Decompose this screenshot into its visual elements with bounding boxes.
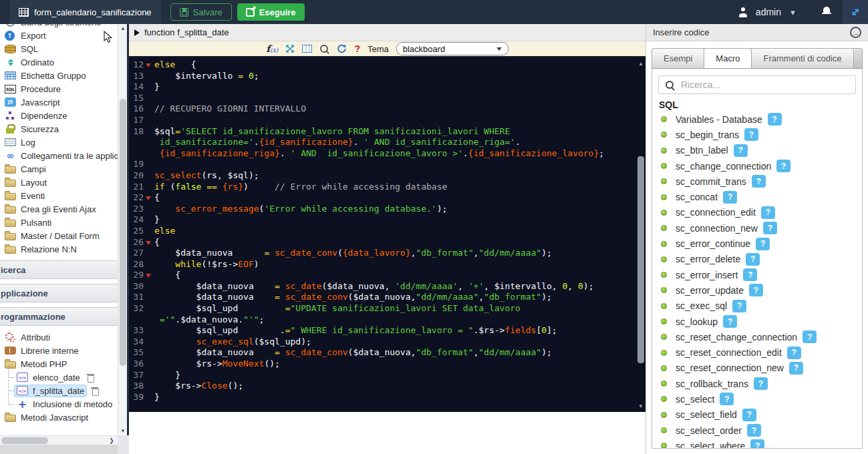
- macro-item-sc-rollback-trans[interactable]: sc_rollback_trans?: [652, 376, 862, 391]
- help-badge[interactable]: ?: [746, 253, 760, 266]
- macro-item-sc-change-connection[interactable]: sc_change_connection?: [652, 158, 862, 174]
- sidebar-item-campi[interactable]: Campi: [0, 162, 118, 176]
- macro-label[interactable]: sc_rollback_trans: [676, 379, 748, 389]
- trash-icon[interactable]: [87, 373, 94, 382]
- code-editor[interactable]: 12else {13 $intervallo = 0;14}1516// REC…: [129, 57, 645, 412]
- scrollbar-thumb[interactable]: [120, 99, 126, 366]
- fold-arrow-icon[interactable]: [146, 63, 151, 70]
- scrollbar-thumb[interactable]: [1, 437, 48, 444]
- help-badge[interactable]: ?: [776, 160, 790, 172]
- scroll-down-arrow-icon[interactable]: ▼: [118, 427, 128, 435]
- search-icon[interactable]: [319, 44, 329, 54]
- sidebar-item-sql[interactable]: SQL: [0, 42, 118, 55]
- sidebar-section-pplicazione[interactable]: pplicazione: [0, 284, 118, 302]
- help-badge[interactable]: ?: [763, 222, 777, 234]
- macro-label[interactable]: sc_error_insert: [676, 270, 738, 280]
- code-line[interactable]: 32 $sql_upd ="UPDATE sanificazioni_lavor…: [129, 303, 645, 314]
- macro-label[interactable]: sc_change_connection: [676, 161, 771, 172]
- sidebar-vertical-scrollbar[interactable]: ▲ ▼: [118, 24, 127, 435]
- macro-item-sc-select-order[interactable]: sc_select_order?: [652, 423, 862, 438]
- macro-label[interactable]: sc_error_continue: [676, 238, 750, 249]
- code-line[interactable]: 18$sql='SELECT id_sanificazione_lavoro F…: [129, 126, 645, 138]
- scroll-down-arrow-icon[interactable]: ▼: [636, 401, 645, 411]
- macro-item-sc-select-field[interactable]: sc_select_field?: [652, 407, 862, 423]
- sidebar-item-dipendenze[interactable]: Dipendenze: [0, 109, 118, 122]
- help-badge[interactable]: ?: [732, 300, 746, 312]
- fold-arrow-icon[interactable]: [146, 196, 151, 203]
- code-line[interactable]: 23 sc_error_message('Error while accessi…: [129, 204, 645, 215]
- sidebar-item-barra-degli-strumenti[interactable]: Barra degli strumenti: [0, 24, 118, 29]
- macro-label[interactable]: sc_select_order: [676, 425, 742, 436]
- sidebar-item-layout[interactable]: Layout: [0, 176, 118, 189]
- user-menu[interactable]: admin: [726, 7, 811, 17]
- macro-item-sc-select[interactable]: sc_select?: [652, 391, 862, 407]
- sidebar-item-procedure[interactable]: Procedure: [0, 82, 118, 95]
- help-badge[interactable]: ?: [723, 315, 737, 328]
- macro-item-sc-connection-edit[interactable]: sc_connection_edit?: [652, 205, 862, 220]
- code-line[interactable]: 28 while(!$rs->EOF): [129, 259, 645, 270]
- sidebar-item-pulsanti[interactable]: Pulsanti: [0, 216, 118, 229]
- fold-arrow-icon[interactable]: [146, 274, 151, 280]
- sidebar-item-crea-gli-eventi-ajax[interactable]: Crea gli Eventi Ajax: [0, 202, 118, 216]
- tab-form-calendario-sanificazione[interactable]: form_calendario_sanificazione: [9, 0, 161, 24]
- code-line[interactable]: 24}: [129, 214, 645, 226]
- code-line[interactable]: 22{: [129, 192, 645, 204]
- code-line[interactable]: 25else: [129, 226, 645, 237]
- macro-label[interactable]: sc_begin_trans: [676, 130, 739, 140]
- code-line[interactable]: 36 $rs->MoveNext();: [129, 359, 645, 370]
- help-badge[interactable]: ?: [752, 175, 766, 188]
- macro-item-sc-concat[interactable]: sc_concat?: [652, 189, 862, 204]
- code-line[interactable]: 39}: [129, 392, 645, 403]
- code-line[interactable]: 33 $sql_upd .=" WHERE id_sanificazione_l…: [129, 325, 645, 336]
- tab-frammenti-di-codice[interactable]: Frammenti di codice: [752, 49, 853, 68]
- trash-icon[interactable]: [91, 387, 98, 395]
- macro-item-sc-error-insert[interactable]: sc_error_insert?: [652, 267, 862, 282]
- sidebar-item-metodi-php[interactable]: Metodi PHP: [0, 357, 118, 371]
- macro-item-sc-error-update[interactable]: sc_error_update?: [652, 282, 862, 298]
- sidebar-item-inclusione-di-metodo[interactable]: Inclusione di metodo: [0, 397, 118, 411]
- macro-label[interactable]: sc_lookup: [676, 316, 718, 327]
- macro-label[interactable]: sc_connection_edit: [676, 207, 756, 218]
- fold-arrow-icon[interactable]: [146, 241, 151, 248]
- split-view-icon[interactable]: [302, 45, 312, 53]
- macro-label[interactable]: sc_error_update: [676, 285, 744, 296]
- code-line[interactable]: {id_sanificazione_riga}. ' AND id_sanifi…: [129, 148, 645, 160]
- sidebar-section-icerca[interactable]: icerca: [0, 260, 118, 279]
- help-badge[interactable]: ?: [747, 424, 761, 437]
- macro-label[interactable]: sc_exec_sql: [676, 300, 727, 311]
- sidebar-item-librerie-interne[interactable]: Librerie interne: [0, 344, 118, 357]
- code-line[interactable]: 20sc_select(rs, $sql);: [129, 170, 645, 182]
- macro-item-sc-connection-new[interactable]: sc_connection_new?: [652, 220, 862, 236]
- sidebar-item-etichetta-gruppo[interactable]: Etichetta Gruppo: [0, 69, 118, 82]
- sidebar-item-attributi[interactable]: Attributi: [0, 330, 118, 344]
- sidebar-item-relazione-n-n[interactable]: Relazione N:N: [0, 242, 118, 256]
- code-line[interactable]: 31 $data_nuova = sc_date_conv($data_nuov…: [129, 292, 645, 303]
- code-line[interactable]: 35 $data_nuova = sc_date_conv($data_nuov…: [129, 347, 645, 359]
- help-badge[interactable]: ?: [754, 377, 768, 390]
- macro-label[interactable]: sc_reset_change_connection: [676, 332, 797, 343]
- macro-label[interactable]: sc_error_delete: [676, 254, 740, 264]
- macro-item-sc-btn-label[interactable]: sc_btn_label?: [652, 143, 862, 158]
- macro-item-sc-reset-connection-edit[interactable]: sc_reset_connection_edit?: [652, 345, 862, 360]
- code-line[interactable]: 13 $intervallo = 0;: [129, 71, 645, 82]
- code-line[interactable]: 12else {: [129, 59, 645, 71]
- notifications-button[interactable]: [811, 6, 843, 19]
- sidebar-item-javascript[interactable]: Javascript: [0, 95, 118, 109]
- macro-label[interactable]: sc_reset_connection_new: [676, 363, 784, 373]
- help-badge[interactable]: ?: [789, 362, 803, 375]
- help-badge[interactable]: ?: [803, 330, 817, 343]
- sidebar-section-rogrammazione[interactable]: rogrammazione: [0, 307, 118, 326]
- help-badge[interactable]: ?: [723, 191, 737, 204]
- code-line[interactable]: 34 sc_exec_sql($sql_upd);: [129, 336, 645, 348]
- function-wizard-button[interactable]: f(x): [266, 43, 278, 54]
- sidebar-item-f-splitta-date[interactable]: f_splitta_date: [0, 384, 118, 397]
- code-line[interactable]: 16// RECUPERO GIORNI INTERVALLO: [129, 103, 645, 115]
- help-badge[interactable]: ?: [787, 347, 801, 359]
- macro-item-sc-exec-sql[interactable]: sc_exec_sql?: [652, 298, 862, 314]
- macro-item-sc-error-continue[interactable]: sc_error_continue?: [652, 236, 862, 251]
- help-badge[interactable]: ?: [742, 409, 756, 421]
- macro-item-sc-error-delete[interactable]: sc_error_delete?: [652, 252, 862, 267]
- sidebar-item-collegamenti-tra-le-applicaz[interactable]: Collegamenti tra le applicaz: [0, 149, 118, 162]
- help-badge[interactable]: ?: [744, 128, 758, 141]
- sidebar-item-elenco-date[interactable]: elenco_date: [0, 371, 118, 384]
